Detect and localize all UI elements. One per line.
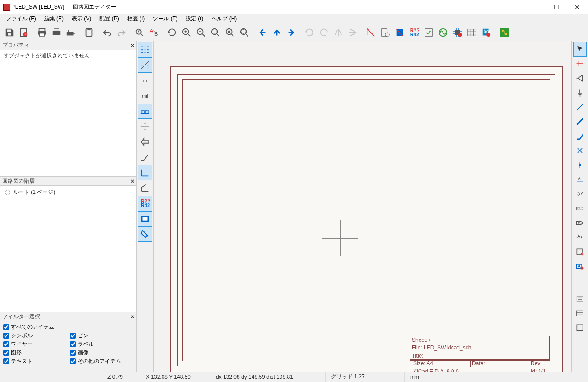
status-unit[interactable]: mm (405, 372, 443, 382)
plot-icon[interactable] (50, 26, 63, 39)
paste-icon[interactable] (82, 26, 96, 39)
select-tool-icon[interactable] (573, 42, 587, 57)
net-label-icon[interactable]: A (573, 172, 587, 187)
bus-entry-icon[interactable] (573, 129, 587, 143)
add-symbol-icon[interactable] (573, 71, 587, 85)
close-filter-icon[interactable]: × (131, 314, 134, 320)
svg-rect-79 (576, 311, 583, 316)
unit-mil-button[interactable]: mil (138, 88, 152, 104)
page-settings-icon[interactable] (17, 26, 31, 39)
schematic-canvas[interactable]: Sheet: / File: LED_SW.kicad_sch Title: S… (154, 41, 571, 372)
unit-in-button[interactable]: in (138, 73, 152, 88)
filter-other-checkbox[interactable] (70, 358, 76, 364)
zoom-out-icon[interactable] (194, 26, 208, 39)
add-textbox-icon[interactable] (573, 292, 587, 306)
45deg-icon[interactable] (138, 180, 152, 196)
hier-label-icon[interactable]: A (573, 216, 587, 230)
erc-icon[interactable] (422, 26, 435, 39)
hierarchy-root-item[interactable]: ルート (1 ページ) (3, 188, 133, 197)
filter-wire-checkbox[interactable] (3, 341, 9, 347)
junction-icon[interactable] (573, 158, 587, 172)
nav-left-icon[interactable] (256, 26, 269, 39)
menu-view[interactable]: 表示 (V) (68, 14, 95, 24)
add-hiersheet-icon[interactable]: + (573, 245, 587, 259)
add-bus-icon[interactable] (573, 114, 587, 129)
footprint-cvpcb-icon[interactable] (451, 26, 464, 39)
bom-icon[interactable]: bom (480, 26, 493, 39)
redo-icon[interactable] (115, 26, 128, 39)
close-properties-icon[interactable]: × (131, 42, 134, 49)
find-icon[interactable]: A (133, 26, 146, 39)
ortho-icon[interactable] (138, 165, 152, 180)
svg-text:A: A (137, 28, 141, 33)
refresh-icon[interactable] (165, 26, 179, 39)
symbol-edit-icon[interactable] (378, 26, 392, 39)
menu-help[interactable]: ヘルプ (H) (208, 14, 240, 24)
sync-sheet-pins-icon[interactable]: A (573, 230, 587, 245)
rotate-ccw-icon[interactable] (303, 26, 316, 39)
annotate-auto-icon[interactable]: R??R42 (138, 196, 152, 211)
highlight-net-icon[interactable] (573, 57, 587, 71)
cursor-full-icon[interactable] (138, 119, 152, 134)
mirror-h-icon[interactable] (331, 26, 345, 39)
print-icon[interactable] (35, 26, 49, 39)
menu-place[interactable]: 配置 (P) (96, 14, 122, 24)
save-icon[interactable] (3, 26, 16, 39)
global-label-icon[interactable]: A (573, 187, 587, 201)
svg-point-42 (147, 46, 149, 47)
svg-point-43 (141, 49, 143, 51)
op-toggle-icon[interactable] (138, 211, 152, 226)
close-button[interactable]: ✕ (567, 0, 588, 14)
noconnect-icon[interactable] (573, 143, 587, 158)
filter-symbol-checkbox[interactable] (3, 333, 9, 339)
free-angle-icon[interactable] (138, 150, 152, 165)
symbol-fields-icon[interactable] (465, 26, 479, 39)
menu-edit[interactable]: 編集 (E) (41, 14, 67, 24)
nav-right-icon[interactable] (285, 26, 298, 39)
grid-overrides-icon[interactable] (138, 57, 152, 73)
rotate-cw-icon[interactable] (317, 26, 331, 39)
maximize-button[interactable]: ☐ (546, 0, 567, 14)
zoom-objects-icon[interactable] (223, 26, 237, 39)
netclass-label-icon[interactable] (573, 201, 587, 216)
tune-icon[interactable] (138, 226, 152, 242)
filter-text-checkbox[interactable] (3, 358, 9, 364)
add-shape-icon[interactable] (573, 321, 587, 335)
hide-fields-icon[interactable] (364, 26, 378, 39)
add-power-icon[interactable] (573, 85, 587, 100)
footprint-assign-icon[interactable] (393, 26, 406, 39)
unit-mm-button[interactable]: mm (138, 104, 152, 119)
svg-point-32 (458, 33, 462, 36)
minimize-button[interactable]: — (525, 0, 546, 14)
grid-toggle-icon[interactable] (138, 42, 152, 57)
plot-all-icon[interactable] (64, 26, 78, 39)
menu-settings[interactable]: 設定 (r) (182, 14, 207, 24)
filter-panel: フィルター選択× すべてのアイテム シンボル ピン ワイヤー ラベル 図形 画像… (0, 312, 136, 372)
status-grid[interactable]: グリッド 1.27 (326, 372, 405, 382)
menu-check[interactable]: 検査 (I) (124, 14, 149, 24)
zoom-selection-icon[interactable] (238, 26, 251, 39)
pcb-editor-icon[interactable] (498, 26, 511, 39)
zoom-fit-icon[interactable] (209, 26, 222, 39)
replace-icon[interactable]: AB (147, 26, 161, 39)
undo-icon[interactable] (100, 26, 114, 39)
menu-file[interactable]: ファイル (F) (2, 14, 40, 24)
sync-hier-labels-icon[interactable]: A (573, 259, 587, 274)
filter-image-checkbox[interactable] (70, 350, 76, 356)
annotate-icon[interactable]: R??R42 (407, 26, 421, 39)
filter-label-checkbox[interactable] (70, 341, 76, 347)
add-table-icon[interactable] (573, 306, 587, 321)
zoom-in-icon[interactable] (180, 26, 193, 39)
add-wire-icon[interactable] (573, 100, 587, 114)
mirror-v-icon[interactable] (346, 26, 359, 39)
hidden-pins-icon[interactable] (138, 134, 152, 150)
svg-rect-10 (87, 28, 90, 30)
simulator-icon[interactable] (436, 26, 450, 39)
close-hierarchy-icon[interactable]: × (131, 178, 134, 184)
menu-tool[interactable]: ツール (T) (149, 14, 181, 24)
nav-up-icon[interactable] (270, 26, 284, 39)
filter-pin-checkbox[interactable] (70, 333, 76, 339)
filter-shape-checkbox[interactable] (3, 350, 9, 356)
add-text-icon[interactable]: T (573, 277, 587, 292)
filter-all-checkbox[interactable] (3, 324, 9, 330)
